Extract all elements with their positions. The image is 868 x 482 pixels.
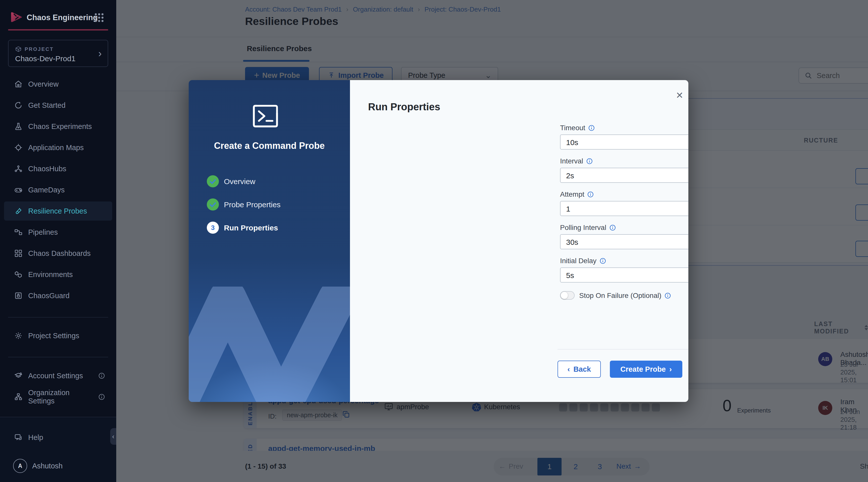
sidebar-item-label: Chaos Experiments [28,122,92,131]
create-probe-button[interactable]: Create Probe › [610,361,682,378]
info-icon [98,393,105,400]
sidebar-item-get-started[interactable]: Get Started [4,96,112,115]
step-number-icon[interactable]: 3 [207,222,219,234]
sidebar-item-label: Pipelines [28,228,58,236]
test-tube-icon [14,207,23,215]
sidebar-item-resilience-probes[interactable]: Resilience Probes [4,201,112,221]
layers-gear-icon [14,371,23,380]
project-name: Chaos-Dev-Prod1 [15,54,75,63]
info-icon[interactable] [664,292,671,299]
sidebar-item-label: Account Settings [28,372,83,380]
pipelines-icon [14,228,23,236]
info-icon[interactable] [586,158,593,165]
project-selector[interactable]: PROJECT Chaos-Dev-Prod1 › [8,40,108,67]
sidebar-item-label: Project Settings [28,332,79,340]
info-icon [98,372,105,379]
modal-form-panel: ✕ Run Properties Timeout 10s Interval 2s… [350,80,688,402]
divider [8,357,108,357]
sidebar-item-label: Resilience Probes [28,207,87,215]
timeout-input[interactable]: 10s [560,135,688,149]
sidebar-item-label: Get Started [28,101,65,110]
sidebar-collapse-handle[interactable]: ‹ [110,428,116,445]
get-started-icon [14,101,23,110]
step-label[interactable]: Overview [224,177,255,186]
gamepad-icon [14,186,23,194]
sidebar: Chaos Engineering PROJECT Chaos-Dev-Prod… [0,0,116,482]
create-command-probe-modal: Create a Command Probe Overview Probe Pr… [189,80,688,402]
project-box-icon [15,46,22,52]
user-name[interactable]: Ashutosh [32,462,63,470]
guard-lock-icon [14,291,23,300]
modal-title: Run Properties [368,101,440,113]
target-icon [14,143,23,152]
sidebar-item-label: Application Maps [28,144,84,152]
sidebar-item-project-settings[interactable]: Project Settings [4,326,112,345]
step-complete-icon [207,198,219,210]
stop-on-failure-toggle[interactable] [560,291,575,300]
field-label-attempt: Attempt [560,190,584,198]
close-icon[interactable]: ✕ [676,90,683,101]
sidebar-item-label: ChaosHubs [28,165,66,173]
sidebar-item-account-settings[interactable]: Account Settings [4,366,112,385]
chevron-right-icon: › [98,48,102,59]
sidebar-item-gamedays[interactable]: GameDays [4,180,112,199]
step-label[interactable]: Run Properties [224,224,278,232]
sidebar-item-label: Overview [28,80,59,88]
toggle-label: Stop On Failure (Optional) [579,292,661,300]
sidebar-item-pipelines[interactable]: Pipelines [4,223,112,242]
sidebar-item-chaos-dashboards[interactable]: Chaos Dashboards [4,244,112,263]
sidebar-item-application-maps[interactable]: Application Maps [4,138,112,157]
modal-wizard-panel: Create a Command Probe Overview Probe Pr… [189,80,350,402]
help-chat-icon [14,433,23,442]
toggle-knob [561,292,568,299]
command-terminal-icon [253,105,278,127]
field-label-timeout: Timeout [560,124,585,132]
initial-delay-input[interactable]: 5s [560,267,688,283]
info-icon[interactable] [609,224,616,231]
user-avatar[interactable]: A [13,459,27,473]
wizard-title: Create a Command Probe [189,141,350,151]
attempt-input[interactable]: 1 [560,201,688,216]
info-icon[interactable] [599,258,606,264]
chevron-left-icon: ‹ [567,365,570,373]
harness-watermark [189,287,350,402]
divider [8,317,108,317]
back-button[interactable]: ‹ Back [558,361,601,378]
app-title: Chaos Engineering [27,13,98,22]
sidebar-item-label: Environments [28,271,73,279]
sidebar-item-label: Chaos Dashboards [28,249,91,258]
sidebar-item-organization-settings[interactable]: Organization Settings [4,387,112,406]
sidebar-item-label: Organization Settings [28,389,93,405]
project-label: PROJECT [25,46,54,52]
dashboards-icon [14,249,23,258]
page: Chaos Engineering PROJECT Chaos-Dev-Prod… [0,0,868,482]
sidebar-item-help[interactable]: Help [4,428,112,447]
polling-interval-input[interactable]: 30s [560,234,688,249]
sidebar-item-chaoshubs[interactable]: ChaosHubs [4,159,112,178]
field-label-interval: Interval [560,157,583,165]
sidebar-item-label: ChaosGuard [28,292,69,300]
chaos-engineering-logo-icon [9,10,23,24]
wizard-step-probe-properties[interactable] [207,198,219,211]
sidebar-item-overview[interactable]: Overview [4,75,112,94]
environments-icon [14,270,23,279]
info-icon[interactable] [588,125,595,131]
flask-icon [14,122,23,131]
org-tree-gear-icon [14,393,23,401]
module-grid-icon[interactable] [94,12,104,23]
sidebar-item-chaosguard[interactable]: ChaosGuard [4,286,112,305]
wizard-step-overview[interactable] [207,175,219,188]
home-icon [14,80,23,88]
sidebar-item-label: GameDays [28,186,65,194]
field-label-initial-delay: Initial Delay [560,257,596,265]
step-label[interactable]: Probe Properties [224,200,281,209]
step-complete-icon [207,175,219,187]
sidebar-item-environments[interactable]: Environments [4,265,112,284]
divider [558,349,688,349]
interval-input[interactable]: 2s [560,168,688,183]
field-label-polling-interval: Polling Interval [560,224,606,232]
hub-network-icon [14,165,23,173]
gear-icon [14,332,23,340]
info-icon[interactable] [587,191,594,198]
sidebar-item-chaos-experiments[interactable]: Chaos Experiments [4,117,112,136]
